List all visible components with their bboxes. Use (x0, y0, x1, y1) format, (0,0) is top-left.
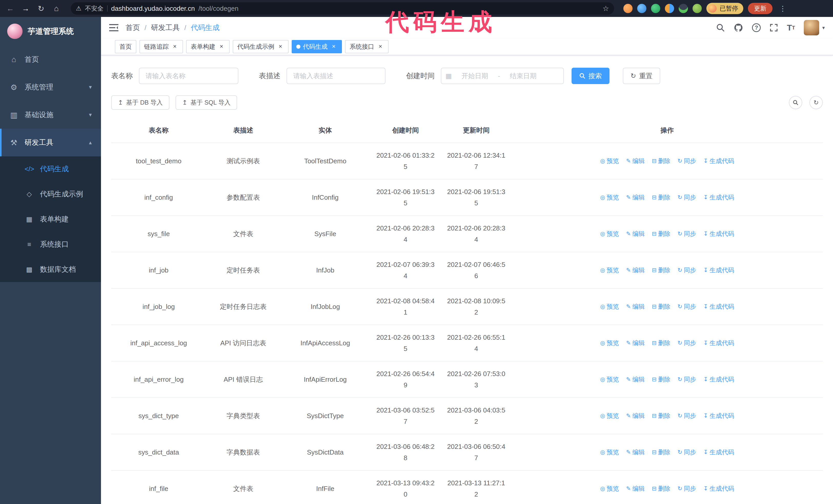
sync-link[interactable]: ↻同步 (678, 447, 696, 458)
edit-link[interactable]: ✎编辑 (626, 447, 645, 458)
sidebar-item-home[interactable]: ⌂ 首页 (0, 46, 101, 73)
fullscreen-icon[interactable] (769, 23, 778, 32)
browser-back-icon[interactable]: ← (4, 2, 17, 15)
edit-link[interactable]: ✎编辑 (626, 301, 645, 312)
profile-paused-badge[interactable]: 已暂停 (706, 3, 743, 14)
generate-code-link[interactable]: ↧生成代码 (703, 228, 734, 239)
preview-link[interactable]: ◎预览 (600, 155, 619, 167)
preview-link[interactable]: ◎预览 (600, 337, 619, 349)
browser-home-icon[interactable]: ⌂ (50, 2, 63, 15)
edit-link[interactable]: ✎编辑 (626, 155, 645, 167)
sync-link[interactable]: ↻同步 (678, 301, 696, 312)
sidebar-item-codegen-example[interactable]: ◇ 代码生成示例 (0, 182, 101, 207)
edit-link[interactable]: ✎编辑 (626, 265, 645, 276)
edit-link[interactable]: ✎编辑 (626, 483, 645, 494)
generate-code-link[interactable]: ↧生成代码 (703, 337, 734, 349)
delete-link[interactable]: ⊟删除 (652, 337, 670, 349)
generate-code-link[interactable]: ↧生成代码 (703, 265, 734, 276)
table-name-input[interactable] (139, 68, 238, 84)
preview-link[interactable]: ◎预览 (600, 192, 619, 203)
edit-link[interactable]: ✎编辑 (626, 337, 645, 349)
preview-link[interactable]: ◎预览 (600, 374, 619, 385)
sync-link[interactable]: ↻同步 (678, 155, 696, 167)
delete-link[interactable]: ⊟删除 (652, 483, 670, 494)
close-icon[interactable]: × (171, 43, 178, 50)
generate-code-link[interactable]: ↧生成代码 (703, 192, 734, 203)
close-icon[interactable]: × (218, 43, 225, 50)
date-range-picker[interactable]: ▦ - (441, 68, 564, 84)
sync-link[interactable]: ↻同步 (678, 337, 696, 349)
delete-link[interactable]: ⊟删除 (652, 265, 670, 276)
delete-link[interactable]: ⊟删除 (652, 155, 670, 167)
user-menu[interactable]: ▾ (804, 20, 825, 35)
extension-icon-3[interactable] (651, 4, 660, 13)
generate-code-link[interactable]: ↧生成代码 (703, 410, 734, 422)
sync-link[interactable]: ↻同步 (678, 483, 696, 494)
reset-button[interactable]: ↻ 重置 (623, 68, 660, 84)
hamburger-icon[interactable] (109, 24, 118, 32)
sidebar-item-db-doc[interactable]: ▩ 数据库文档 (0, 257, 101, 282)
tag-codegen-example[interactable]: 代码生成示例 × (233, 40, 289, 53)
preview-link[interactable]: ◎预览 (600, 301, 619, 312)
browser-forward-icon[interactable]: → (20, 2, 32, 15)
font-size-icon[interactable]: TT (787, 23, 795, 32)
sidebar-item-codegen[interactable]: </> 代码生成 (0, 157, 101, 182)
tag-codegen[interactable]: 代码生成 × (292, 40, 342, 53)
url-bar[interactable]: ⚠ 不安全 dashboard.yudao.iocoder.cn/tool/co… (71, 2, 614, 15)
search-button[interactable]: 搜索 (572, 68, 610, 84)
github-icon[interactable] (734, 23, 743, 32)
edit-link[interactable]: ✎编辑 (626, 192, 645, 203)
close-icon[interactable]: × (377, 43, 384, 50)
table-desc-input[interactable] (287, 68, 385, 84)
sync-link[interactable]: ↻同步 (678, 228, 696, 239)
import-db-button[interactable]: ↥ 基于 DB 导入 (111, 95, 169, 110)
tag-tracing[interactable]: 链路追踪 × (139, 40, 183, 53)
toggle-search-icon[interactable] (789, 96, 802, 109)
extension-icon-4[interactable] (665, 4, 674, 13)
generate-code-link[interactable]: ↧生成代码 (703, 447, 734, 458)
end-date-input[interactable] (502, 72, 544, 80)
generate-code-link[interactable]: ↧生成代码 (703, 374, 734, 385)
preview-link[interactable]: ◎预览 (600, 265, 619, 276)
preview-link[interactable]: ◎预览 (600, 228, 619, 239)
extension-icon-6[interactable] (693, 4, 702, 13)
browser-menu-icon[interactable]: ⋮ (777, 4, 788, 13)
sidebar-item-infrastructure[interactable]: ▥ 基础设施 ▾ (0, 101, 101, 129)
refresh-table-icon[interactable]: ↻ (809, 96, 823, 109)
close-icon[interactable]: × (277, 43, 284, 50)
app-logo[interactable]: 芋道管理系统 (0, 17, 101, 46)
tag-form-builder[interactable]: 表单构建 × (186, 40, 230, 53)
import-sql-button[interactable]: ↥ 基于 SQL 导入 (175, 95, 237, 110)
sync-link[interactable]: ↻同步 (678, 410, 696, 422)
preview-link[interactable]: ◎预览 (600, 447, 619, 458)
browser-update-button[interactable]: 更新 (748, 3, 772, 14)
extension-icon-1[interactable] (623, 4, 633, 13)
generate-code-link[interactable]: ↧生成代码 (703, 301, 734, 312)
extension-icon-2[interactable] (637, 4, 646, 13)
sync-link[interactable]: ↻同步 (678, 374, 696, 385)
start-date-input[interactable] (454, 72, 496, 80)
delete-link[interactable]: ⊟删除 (652, 447, 670, 458)
edit-link[interactable]: ✎编辑 (626, 228, 645, 239)
delete-link[interactable]: ⊟删除 (652, 192, 670, 203)
delete-link[interactable]: ⊟删除 (652, 410, 670, 422)
edit-link[interactable]: ✎编辑 (626, 374, 645, 385)
tag-home[interactable]: 首页 × (115, 40, 136, 53)
delete-link[interactable]: ⊟删除 (652, 228, 670, 239)
sidebar-item-dev-tools[interactable]: ⚒ 研发工具 ▴ (0, 129, 101, 157)
help-icon[interactable]: ? (752, 23, 761, 32)
sync-link[interactable]: ↻同步 (678, 265, 696, 276)
breadcrumb-home[interactable]: 首页 (125, 23, 140, 32)
browser-reload-icon[interactable]: ↻ (35, 2, 47, 15)
sidebar-item-system[interactable]: ⚙ 系统管理 ▾ (0, 73, 101, 101)
preview-link[interactable]: ◎预览 (600, 410, 619, 422)
breadcrumb-dev-tools[interactable]: 研发工具 (151, 23, 180, 32)
close-icon[interactable]: × (330, 43, 337, 50)
sync-link[interactable]: ↻同步 (678, 192, 696, 203)
generate-code-link[interactable]: ↧生成代码 (703, 483, 734, 494)
extension-icon-5[interactable] (679, 4, 688, 13)
edit-link[interactable]: ✎编辑 (626, 410, 645, 422)
sidebar-item-system-api[interactable]: ≡ 系统接口 (0, 232, 101, 257)
search-icon[interactable] (716, 23, 725, 32)
tag-system-api[interactable]: 系统接口 × (345, 40, 388, 53)
